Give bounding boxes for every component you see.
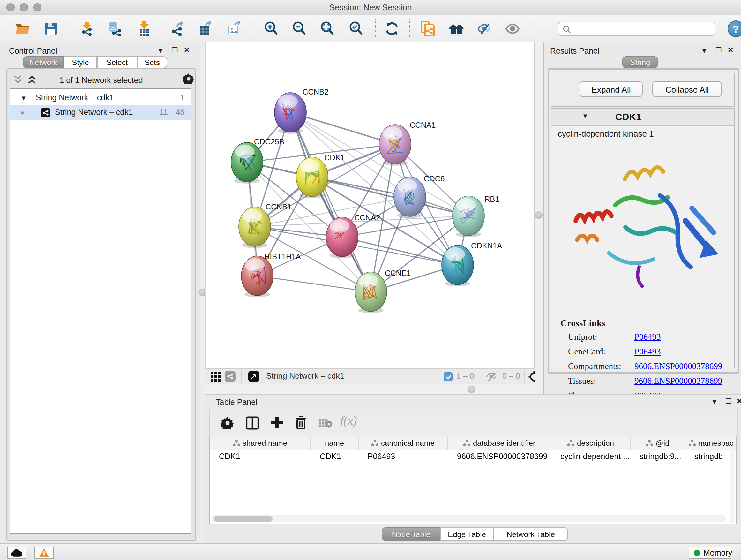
- toolbar-separator: [409, 19, 410, 38]
- eye-icon[interactable]: [505, 21, 520, 37]
- network-collection-label: String Network – cdk1: [36, 91, 114, 105]
- table-horizontal-scrollbar[interactable]: [211, 515, 726, 522]
- disclosure-triangle-icon[interactable]: ▼: [20, 91, 27, 105]
- column-header-description[interactable]: description: [551, 437, 630, 449]
- selected-checkbox[interactable]: [444, 372, 453, 381]
- show-columns-icon[interactable]: [246, 416, 259, 430]
- table-cell[interactable]: P06493: [359, 451, 448, 462]
- memory-button[interactable]: Memory: [689, 547, 731, 559]
- results-panel-collapse-icon[interactable]: ▼: [701, 47, 708, 54]
- table-settings-gear-icon[interactable]: [221, 417, 233, 429]
- birdseye-grid-icon[interactable]: [211, 372, 221, 382]
- entry-disclosure-icon[interactable]: ▼: [582, 112, 589, 119]
- tab-edge-table[interactable]: Edge Table: [441, 527, 493, 541]
- splitter-grip[interactable]: [535, 211, 542, 219]
- add-column-plus-icon[interactable]: [271, 416, 283, 429]
- memory-label: Memory: [703, 549, 732, 557]
- results-panel-close-icon[interactable]: ✕: [728, 46, 733, 54]
- control-panel-float-icon[interactable]: ❐: [172, 46, 178, 54]
- tab-select[interactable]: Select: [97, 56, 137, 68]
- documents-network-icon[interactable]: [420, 21, 435, 37]
- table-tabs: Node Table Edge Table Network Table: [205, 527, 741, 542]
- table-vertical-scrollbar[interactable]: [730, 450, 735, 523]
- splitter-grip[interactable]: [468, 386, 475, 393]
- crosslink-link[interactable]: P06493: [634, 332, 661, 342]
- network-canvas[interactable]: CCNB2CCNA1CDC25BCDK1CDC6RB1CCNB1CCNA2CDK…: [205, 42, 535, 368]
- node-table[interactable]: shared namenamecanonical namedatabase id…: [209, 437, 737, 524]
- control-panel-close-icon[interactable]: ✕: [184, 46, 190, 54]
- warning-button[interactable]: [35, 547, 54, 559]
- open-in-window-icon[interactable]: [248, 371, 259, 382]
- collapse-all-button[interactable]: Collapse All: [652, 81, 722, 97]
- cloud-button[interactable]: [7, 547, 26, 559]
- table-cell[interactable]: 9606.ENSP00000378699: [448, 451, 551, 462]
- help-button[interactable]: ?: [728, 20, 741, 37]
- column-header-canonical-name[interactable]: canonical name: [359, 437, 448, 449]
- entry-header[interactable]: ▼ CDK1: [551, 109, 734, 126]
- table-cell[interactable]: cyclin-dependent ...: [551, 451, 630, 462]
- tab-network-table[interactable]: Network Table: [493, 527, 568, 541]
- string-network-graph[interactable]: CCNB2CCNA1CDC25BCDK1CDC6RB1CCNB1CCNA2CDK…: [205, 42, 534, 368]
- network-tree-child-row[interactable]: ● String Network – cdk1 11 48: [10, 105, 191, 120]
- table-cell[interactable]: CDK1: [210, 451, 311, 462]
- graph-node-CCNB2[interactable]: CCNB2: [274, 87, 328, 134]
- open-session-icon[interactable]: [15, 21, 30, 37]
- column-header-namespac[interactable]: namespac: [685, 437, 737, 449]
- table-cell[interactable]: stringdb:9...: [630, 451, 685, 462]
- column-header-@id[interactable]: @id: [630, 437, 685, 449]
- search-input[interactable]: [558, 22, 716, 36]
- scrollbar-thumb[interactable]: [214, 516, 273, 522]
- zoom-in-icon[interactable]: [264, 21, 279, 37]
- zoom-fit-content-icon[interactable]: [320, 21, 335, 37]
- graph-node-CDC25B[interactable]: CDC25B: [231, 137, 284, 184]
- import-network-from-database-icon[interactable]: [107, 21, 122, 37]
- window-title: Session: New Session: [0, 3, 741, 12]
- network-tree-root-row[interactable]: ▼ String Network – cdk1 1: [10, 91, 191, 105]
- column-header-database-identifier[interactable]: database identifier: [448, 437, 551, 449]
- delete-trash-icon[interactable]: [295, 416, 307, 430]
- memory-status-dot: [694, 550, 700, 556]
- graph-node-CCNA2[interactable]: CCNA2: [326, 213, 380, 258]
- refresh-view-icon[interactable]: [384, 21, 400, 37]
- zoom-out-icon[interactable]: [292, 21, 307, 37]
- column-header-name[interactable]: name: [311, 437, 359, 449]
- graph-node-RB1[interactable]: RB1: [453, 195, 499, 237]
- eye-slash-icon[interactable]: [477, 21, 492, 37]
- export-image-icon[interactable]: [226, 21, 242, 37]
- graph-node-CDC6[interactable]: CDC6: [394, 174, 445, 218]
- gear-icon[interactable]: [183, 73, 194, 84]
- graph-node-CCNA1[interactable]: CCNA1: [379, 121, 435, 166]
- zoom-selected-icon[interactable]: [348, 21, 364, 37]
- graph-node-HIST1H1A[interactable]: HIST1H1A: [241, 252, 301, 297]
- tab-sets[interactable]: Sets: [137, 56, 167, 68]
- graph-node-CDKN1A[interactable]: CDKN1A: [442, 241, 502, 287]
- share-network-icon[interactable]: [225, 371, 235, 382]
- graph-node-CCNE1[interactable]: CCNE1: [355, 269, 411, 313]
- horizontal-splitter[interactable]: [205, 384, 535, 394]
- table-panel-collapse-icon[interactable]: ▼: [711, 398, 718, 406]
- import-network-from-file-icon[interactable]: [79, 21, 94, 37]
- table-panel-close-icon[interactable]: ✕: [737, 397, 741, 406]
- crosslink-link[interactable]: 9606.ENSP00000378699: [634, 376, 722, 386]
- table-panel-float-icon[interactable]: ❐: [726, 397, 732, 406]
- table-cell[interactable]: CDK1: [311, 451, 359, 462]
- control-panel-collapse-icon[interactable]: ▼: [157, 47, 164, 54]
- string-houses-icon[interactable]: [449, 21, 464, 37]
- tab-node-table[interactable]: Node Table: [382, 527, 441, 541]
- crosslink-link[interactable]: P06493: [634, 347, 661, 357]
- results-content: Expand All Collapse All ▼ CDK1 cyclin-de…: [548, 68, 739, 374]
- tab-string[interactable]: String: [622, 56, 658, 68]
- save-session-icon[interactable]: [44, 21, 59, 37]
- hidden-eye-slash-icon: [486, 372, 498, 382]
- tab-style[interactable]: Style: [64, 56, 97, 68]
- expand-all-button[interactable]: Expand All: [580, 81, 643, 97]
- column-header-shared-name[interactable]: shared name: [210, 437, 311, 449]
- crosslink-link[interactable]: 9606.ENSP00000378699: [634, 361, 722, 372]
- crosslink-label: Tissues:: [568, 376, 596, 386]
- export-network-icon[interactable]: [170, 21, 185, 37]
- results-panel-float-icon[interactable]: ❐: [716, 46, 722, 54]
- export-table-icon[interactable]: [198, 21, 213, 37]
- import-table-from-file-icon[interactable]: [137, 21, 152, 37]
- control-panel: Control Panel ▼ ❐ ✕ Network Style Select…: [0, 42, 200, 543]
- tab-network[interactable]: Network: [23, 56, 64, 68]
